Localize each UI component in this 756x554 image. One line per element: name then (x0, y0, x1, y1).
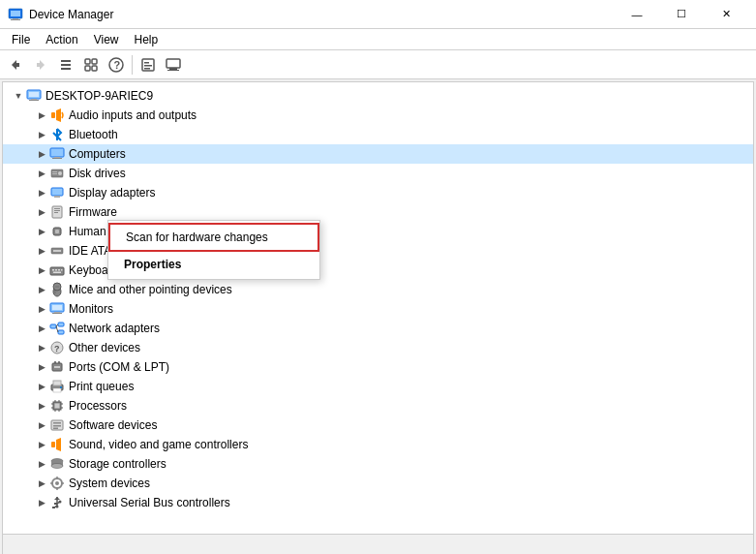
toolbar-help-button[interactable]: ? (105, 53, 128, 77)
svg-rect-22 (169, 68, 177, 70)
svg-rect-31 (52, 158, 62, 159)
network-toggle[interactable]: ▶ (34, 321, 49, 336)
hid-icon (49, 224, 65, 239)
svg-rect-101 (54, 503, 57, 505)
tree-item-software[interactable]: ▶ Software devices (3, 416, 753, 435)
title-bar-controls: — ☐ ✕ (615, 0, 748, 29)
firmware-icon (49, 204, 65, 220)
tree-item-mice[interactable]: ▶ Mice and other pointing devices (3, 280, 753, 299)
close-button[interactable]: ✕ (704, 0, 748, 29)
toolbar-monitor-button[interactable] (162, 53, 185, 77)
maximize-button[interactable]: ☐ (659, 0, 704, 29)
svg-rect-10 (61, 68, 71, 70)
display-label: Display adapters (69, 186, 155, 200)
sound-toggle[interactable]: ▶ (34, 437, 49, 452)
ports-toggle[interactable]: ▶ (34, 359, 49, 375)
tree-item-computers[interactable]: ▶ Computers (3, 144, 753, 164)
svg-rect-37 (54, 196, 60, 198)
svg-rect-5 (16, 63, 19, 67)
svg-rect-18 (144, 62, 149, 64)
mice-label: Mice and other pointing devices (69, 283, 232, 296)
context-menu: Scan for hardware changes Properties (107, 220, 320, 280)
monitors-label: Monitors (69, 302, 113, 316)
hid-toggle[interactable]: ▶ (34, 224, 49, 239)
usb-label: Universal Serial Bus controllers (69, 496, 230, 509)
toolbar-collapse-button[interactable] (54, 53, 77, 77)
tree-item-bluetooth[interactable]: ▶ Bluetooth (3, 125, 753, 144)
tree-item-other[interactable]: ▶ ? Other devices (3, 338, 753, 357)
storage-toggle[interactable]: ▶ (34, 456, 49, 472)
svg-rect-3 (11, 19, 20, 20)
tree-item-print[interactable]: ▶ Print queues (3, 377, 753, 396)
svg-rect-45 (53, 250, 61, 252)
toolbar-separator-1 (132, 55, 133, 75)
audio-label: Audio inputs and outputs (69, 108, 197, 122)
tree-root[interactable]: ▼ DESKTOP-9ARIEC9 (3, 86, 753, 106)
svg-rect-76 (55, 404, 60, 409)
network-label: Network adapters (69, 322, 160, 335)
keyboard-toggle[interactable]: ▶ (34, 262, 49, 278)
tree-area[interactable]: ▼ DESKTOP-9ARIEC9 ▶ Audio (3, 82, 753, 534)
svg-rect-50 (61, 269, 63, 271)
menu-action[interactable]: Action (38, 31, 85, 48)
context-menu-properties[interactable]: Properties (108, 252, 319, 277)
toolbar: ? (0, 50, 756, 79)
system-toggle[interactable]: ▶ (34, 476, 49, 491)
svg-marker-6 (40, 60, 45, 70)
toolbar-expand-button[interactable] (79, 53, 103, 77)
title-bar-left: Device Manager (8, 7, 113, 22)
context-menu-scan[interactable]: Scan for hardware changes (108, 223, 319, 252)
tree-item-storage[interactable]: ▶ Storage controllers (3, 454, 753, 474)
tree-item-disk[interactable]: ▶ Disk drives (3, 164, 753, 183)
tree-item-ports[interactable]: ▶ Ports (COM & LPT) (3, 357, 753, 377)
tree-item-firmware[interactable]: ▶ Firmware (3, 202, 753, 222)
mice-toggle[interactable]: ▶ (34, 282, 49, 297)
tree-item-network[interactable]: ▶ Network adapters (3, 319, 753, 338)
usb-toggle[interactable]: ▶ (34, 495, 49, 510)
svg-rect-7 (37, 63, 40, 67)
tree-item-usb[interactable]: ▶ Universal Serial Bus controllers (3, 493, 753, 512)
ide-toggle[interactable]: ▶ (34, 243, 49, 259)
other-toggle[interactable]: ▶ (34, 340, 49, 355)
tree-item-system[interactable]: ▶ System devices (3, 474, 753, 493)
computers-icon (49, 146, 65, 162)
audio-toggle[interactable]: ▶ (34, 108, 49, 123)
display-toggle[interactable]: ▶ (34, 185, 49, 200)
tree-item-processors[interactable]: ▶ Processors (3, 396, 753, 416)
svg-rect-9 (61, 64, 71, 66)
processors-toggle[interactable]: ▶ (34, 398, 49, 414)
svg-rect-39 (54, 208, 60, 209)
svg-rect-41 (54, 212, 58, 213)
menu-help[interactable]: Help (127, 31, 166, 48)
svg-rect-1 (11, 11, 20, 16)
bluetooth-toggle[interactable]: ▶ (34, 127, 49, 142)
mice-icon (49, 282, 65, 297)
firmware-toggle[interactable]: ▶ (34, 204, 49, 220)
minimize-button[interactable]: — (615, 0, 659, 29)
svg-rect-86 (53, 422, 61, 424)
toolbar-back-button[interactable] (4, 53, 27, 77)
svg-rect-36 (51, 188, 63, 196)
toolbar-properties-button[interactable] (136, 53, 160, 77)
svg-marker-4 (12, 60, 16, 70)
software-toggle[interactable]: ▶ (34, 417, 49, 433)
print-toggle[interactable]: ▶ (34, 379, 49, 394)
computers-toggle[interactable]: ▶ (34, 146, 49, 162)
menu-file[interactable]: File (4, 31, 38, 48)
svg-rect-87 (53, 425, 61, 427)
other-icon: ? (49, 340, 65, 355)
toolbar-forward-button[interactable] (29, 53, 52, 77)
root-toggle[interactable]: ▼ (11, 88, 26, 104)
tree-item-display[interactable]: ▶ Display adapters (3, 183, 753, 202)
disk-toggle[interactable]: ▶ (34, 166, 49, 181)
monitors-toggle[interactable]: ▶ (34, 301, 49, 317)
tree-item-sound[interactable]: ▶ Sound, video and game controllers (3, 435, 753, 454)
tree-item-monitors[interactable]: ▶ Monitors (3, 299, 753, 319)
svg-rect-43 (55, 230, 59, 233)
menu-view[interactable]: View (86, 31, 127, 48)
svg-line-64 (56, 326, 58, 332)
ide-icon (49, 243, 65, 259)
title-bar: Device Manager — ☐ ✕ (0, 0, 756, 29)
tree-item-audio[interactable]: ▶ Audio inputs and outputs (3, 106, 753, 125)
svg-rect-89 (51, 442, 55, 447)
